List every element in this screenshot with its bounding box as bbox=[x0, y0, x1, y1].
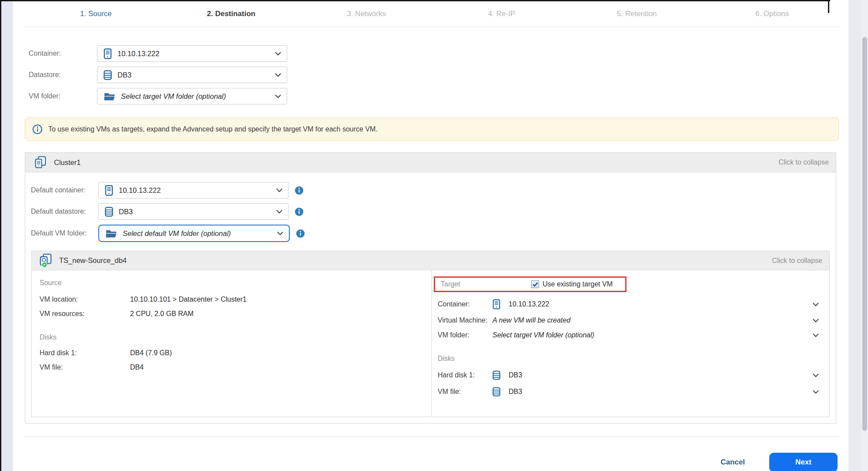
chevron-down-icon bbox=[275, 73, 281, 77]
container-label: Container: bbox=[29, 50, 97, 57]
vm-resources-label: VM resources: bbox=[40, 310, 130, 318]
datastore-icon bbox=[104, 70, 112, 80]
container-value: 10.10.13.222 bbox=[117, 50, 159, 58]
footer-actions: Cancel Next bbox=[13, 453, 848, 471]
chevron-down-icon bbox=[275, 52, 281, 56]
cluster-defaults-form: Default container: 10.10.13.222 Default … bbox=[31, 182, 836, 242]
open-folder-icon bbox=[104, 92, 115, 101]
next-button[interactable]: Next bbox=[769, 453, 838, 471]
vm-resources-value: 2 CPU, 2.0 GB RAM bbox=[130, 310, 194, 318]
stepper-divider bbox=[24, 27, 840, 27]
cluster-group-header[interactable]: Cluster1 Click to collapse bbox=[25, 153, 836, 172]
vm-group-box: TS_new-Source_db4 Click to collapse Sour… bbox=[31, 251, 830, 417]
chevron-down-icon bbox=[813, 390, 819, 394]
step-options[interactable]: 6. Options bbox=[704, 10, 840, 18]
cancel-button[interactable]: Cancel bbox=[721, 458, 745, 467]
vm-group-header[interactable]: TS_new-Source_db4 Click to collapse bbox=[32, 251, 829, 270]
host-icon bbox=[493, 299, 500, 310]
vm-folder-label: VM folder: bbox=[29, 92, 97, 100]
source-vm-file-value: DB4 bbox=[130, 363, 144, 371]
step-retention[interactable]: 5. Retention bbox=[569, 10, 704, 18]
target-vm-folder-value: Select target VM folder (optional) bbox=[493, 331, 594, 339]
chevron-down-icon bbox=[813, 319, 819, 323]
default-vm-folder-dropdown[interactable]: Select default VM folder (optional) bbox=[98, 225, 290, 242]
vm-folder-dropdown[interactable]: Select target VM folder (optional) bbox=[97, 88, 287, 104]
collapse-hint: Click to collapse bbox=[778, 158, 829, 166]
target-vm-folder-label: VM folder: bbox=[438, 331, 493, 339]
cluster-icon bbox=[34, 156, 47, 169]
info-banner-text: To use existing VMs as targets, expand t… bbox=[48, 125, 378, 133]
target-highlight-annotation: Target Use existing target VM bbox=[434, 276, 627, 292]
target-vm-file-label: VM file: bbox=[438, 388, 493, 396]
datastore-icon bbox=[493, 387, 500, 397]
datastore-value: DB3 bbox=[117, 71, 131, 79]
chevron-down-icon bbox=[813, 333, 819, 337]
target-hard-disk-dropdown[interactable]: Hard disk 1: DB3 bbox=[438, 370, 819, 380]
info-icon[interactable] bbox=[295, 186, 304, 195]
wizard-stepper: 1. Source 2. Destination 3. Networks 4. … bbox=[28, 1, 840, 27]
info-circle-icon bbox=[32, 124, 43, 135]
open-folder-icon bbox=[105, 229, 117, 238]
target-vm-file-value: DB3 bbox=[509, 388, 522, 396]
use-existing-vm-checkbox[interactable]: Use existing target VM bbox=[531, 280, 613, 288]
target-vm-label: Virtual Machine: bbox=[438, 316, 493, 324]
info-banner: To use existing VMs as targets, expand t… bbox=[25, 118, 839, 141]
check-icon bbox=[533, 282, 538, 287]
collapse-hint: Click to collapse bbox=[772, 257, 822, 265]
wizard-destination-page: 1. Source 2. Destination 3. Networks 4. … bbox=[0, 0, 868, 471]
screenshot-border-top bbox=[0, 0, 830, 1]
checkbox-checked[interactable] bbox=[531, 280, 539, 288]
default-datastore-dropdown[interactable]: DB3 bbox=[98, 203, 288, 220]
default-vm-folder-label: Default VM folder: bbox=[31, 229, 98, 237]
step-reip[interactable]: 4. Re-IP bbox=[434, 10, 570, 18]
chevron-down-icon bbox=[813, 303, 819, 306]
chevron-down-icon bbox=[276, 210, 282, 214]
step-destination[interactable]: 2. Destination bbox=[164, 10, 299, 18]
cluster-group-box: Cluster1 Click to collapse Default conta… bbox=[25, 152, 836, 424]
footer-divider bbox=[24, 437, 839, 437]
source-vm-file-label: VM file: bbox=[40, 363, 130, 371]
step-source[interactable]: 1. Source bbox=[28, 10, 164, 18]
target-virtual-machine-dropdown[interactable]: Virtual Machine: A new VM will be create… bbox=[438, 316, 819, 324]
vm-location-label: VM location: bbox=[40, 296, 130, 303]
container-dropdown[interactable]: 10.10.13.222 bbox=[97, 45, 287, 62]
target-disks-heading: Disks bbox=[438, 355, 819, 363]
target-vm-folder-dropdown[interactable]: VM folder: Select target VM folder (opti… bbox=[438, 331, 819, 339]
vm-running-icon bbox=[39, 253, 53, 268]
default-container-dropdown[interactable]: 10.10.13.222 bbox=[98, 182, 288, 198]
target-container-label: Container: bbox=[438, 300, 493, 308]
destination-form: Container: 10.10.13.222 Datastore: DB3 V… bbox=[29, 45, 848, 104]
step-networks[interactable]: 3. Networks bbox=[299, 10, 434, 18]
chevron-down-icon bbox=[277, 232, 283, 236]
target-pane: Target Use existing target VM Container: bbox=[432, 270, 829, 417]
info-icon[interactable] bbox=[295, 207, 304, 216]
target-vm-file-dropdown[interactable]: VM file: DB3 bbox=[438, 387, 819, 397]
datastore-label: Datastore: bbox=[29, 71, 97, 79]
scrollbar-thumb[interactable] bbox=[862, 37, 867, 431]
vm-title: TS_new-Source_db4 bbox=[59, 256, 127, 265]
chevron-down-icon bbox=[813, 373, 819, 377]
datastore-dropdown[interactable]: DB3 bbox=[97, 67, 287, 83]
host-icon bbox=[105, 185, 113, 196]
vm-folder-placeholder: Select target VM folder (optional) bbox=[121, 92, 226, 101]
vm-location-value: 10.10.10.101 > Datacenter > Cluster1 bbox=[130, 296, 247, 303]
target-hard-disk-value: DB3 bbox=[509, 371, 522, 379]
datastore-icon bbox=[493, 370, 500, 380]
target-vm-value: A new VM will be created bbox=[493, 316, 570, 324]
left-gutter bbox=[1, 0, 13, 471]
target-container-dropdown[interactable]: Container: 10.10.13.222 bbox=[438, 299, 819, 310]
screenshot-border-tick bbox=[828, 0, 829, 13]
source-pane: Source VM location: 10.10.10.101 > Datac… bbox=[32, 270, 432, 417]
default-container-label: Default container: bbox=[31, 186, 98, 194]
source-hard-disk-value: DB4 (7.9 GB) bbox=[130, 349, 172, 357]
scrollbar-track[interactable] bbox=[861, 0, 868, 471]
default-container-value: 10.10.13.222 bbox=[119, 186, 161, 195]
host-icon bbox=[104, 48, 112, 59]
screenshot-border-left bbox=[0, 0, 1, 471]
use-existing-vm-label: Use existing target VM bbox=[543, 280, 613, 288]
info-icon[interactable] bbox=[296, 229, 305, 238]
target-heading: Target bbox=[441, 280, 531, 288]
cluster-title: Cluster1 bbox=[54, 158, 80, 167]
target-hard-disk-label: Hard disk 1: bbox=[438, 371, 493, 379]
default-vm-folder-placeholder: Select default VM folder (optional) bbox=[123, 229, 231, 238]
